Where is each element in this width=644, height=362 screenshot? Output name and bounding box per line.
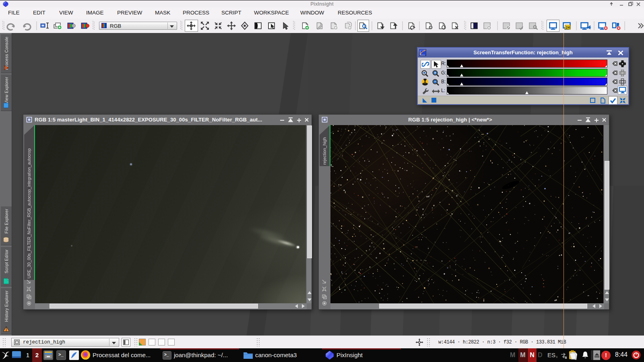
svg-text:24: 24 [566,25,570,29]
